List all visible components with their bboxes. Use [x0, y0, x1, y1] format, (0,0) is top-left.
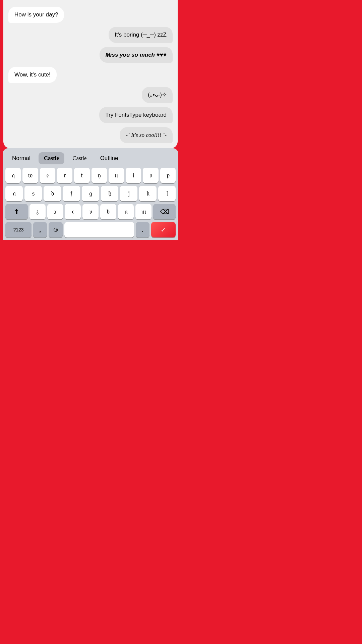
key-c[interactable]: 𝔠	[65, 204, 81, 219]
message-text-6: Try FontsType keyboard	[105, 112, 167, 118]
space-key[interactable]	[64, 222, 134, 237]
key-x[interactable]: 𝔵	[47, 204, 63, 219]
keyboard-row-2: 𝔞 𝔰 𝔡 𝔣 𝔤 𝔥 𝔧 𝔨 𝔩	[5, 186, 176, 201]
message-bubble-7: -` It's so cool!!! ´-	[120, 127, 173, 143]
key-v[interactable]: 𝔳	[82, 204, 99, 219]
message-bubble-5: (｡•ᴗ-)✧	[142, 87, 173, 103]
chat-area: How is your day? It's boring (─_─) zzZ M…	[3, 0, 178, 148]
key-y[interactable]: 𝔶	[92, 168, 107, 183]
message-bubble-1: How is your day?	[8, 7, 64, 23]
message-bubble-3: Miss you so much ♥♥♥	[100, 47, 173, 63]
message-bubble-4: Wow, it's cute!	[8, 67, 57, 83]
message-text-5: (｡•ᴗ-)✧	[148, 92, 167, 98]
font-selector-row: Normal Castle Castle Outline	[5, 152, 176, 164]
key-o[interactable]: 𝔬	[143, 168, 158, 183]
key-s[interactable]: 𝔰	[24, 186, 42, 201]
keyboard-container: Normal Castle Castle Outline 𝔮 𝔴 𝔢 𝔯 𝔱 𝔶…	[3, 148, 178, 240]
key-n[interactable]: 𝔫	[118, 204, 134, 219]
message-text-2: It's boring (─_─) zzZ	[115, 32, 167, 38]
message-text-7: -` It's so cool!!! ´-	[126, 132, 167, 138]
key-t[interactable]: 𝔱	[74, 168, 89, 183]
key-z[interactable]: 𝔷	[29, 204, 46, 219]
message-text-4: Wow, it's cute!	[14, 71, 51, 78]
backspace-key[interactable]: ⌫	[153, 204, 176, 219]
numbers-label: ?123	[13, 227, 23, 232]
message-bubble-2: It's boring (─_─) zzZ	[109, 27, 173, 43]
key-j[interactable]: 𝔧	[120, 186, 137, 201]
comma-key[interactable]: ,	[33, 222, 47, 237]
keyboard-bottom-row: ?123 , ☺ . ✓	[5, 222, 176, 237]
font-option-normal[interactable]: Normal	[7, 152, 36, 164]
font-option-castle2[interactable]: Castle	[67, 152, 92, 164]
emoji-key[interactable]: ☺	[49, 222, 63, 237]
keyboard-row-1: 𝔮 𝔴 𝔢 𝔯 𝔱 𝔶 𝔲 𝔦 𝔬 𝔭	[5, 168, 176, 183]
key-u[interactable]: 𝔲	[109, 168, 124, 183]
message-text-3: Miss you so much ♥♥♥	[106, 52, 167, 58]
key-h[interactable]: 𝔥	[101, 186, 118, 201]
key-i[interactable]: 𝔦	[126, 168, 141, 183]
key-w[interactable]: 𝔴	[22, 168, 38, 183]
key-q[interactable]: 𝔮	[5, 168, 21, 183]
chat-messages: How is your day? It's boring (─_─) zzZ M…	[8, 7, 173, 143]
font-option-castle1[interactable]: Castle	[39, 152, 64, 164]
key-l[interactable]: 𝔩	[158, 186, 176, 201]
period-key[interactable]: .	[136, 222, 150, 237]
key-g[interactable]: 𝔤	[82, 186, 99, 201]
font-option-outline[interactable]: Outline	[95, 152, 124, 164]
key-p[interactable]: 𝔭	[160, 168, 176, 183]
shift-key[interactable]: ⬆	[5, 204, 28, 219]
key-a[interactable]: 𝔞	[5, 186, 23, 201]
keyboard-row-3: ⬆ 𝔷 𝔵 𝔠 𝔳 𝔟 𝔫 𝔪 ⌫	[5, 204, 176, 219]
enter-key[interactable]: ✓	[151, 222, 176, 237]
key-f[interactable]: 𝔣	[63, 186, 80, 201]
key-b[interactable]: 𝔟	[100, 204, 116, 219]
message-text-1: How is your day?	[14, 11, 58, 18]
numbers-key[interactable]: ?123	[5, 222, 32, 237]
key-e[interactable]: 𝔢	[40, 168, 55, 183]
key-r[interactable]: 𝔯	[57, 168, 72, 183]
key-k[interactable]: 𝔨	[139, 186, 157, 201]
message-bubble-6: Try FontsType keyboard	[99, 107, 173, 123]
key-d[interactable]: 𝔡	[44, 186, 61, 201]
key-m[interactable]: 𝔪	[135, 204, 152, 219]
